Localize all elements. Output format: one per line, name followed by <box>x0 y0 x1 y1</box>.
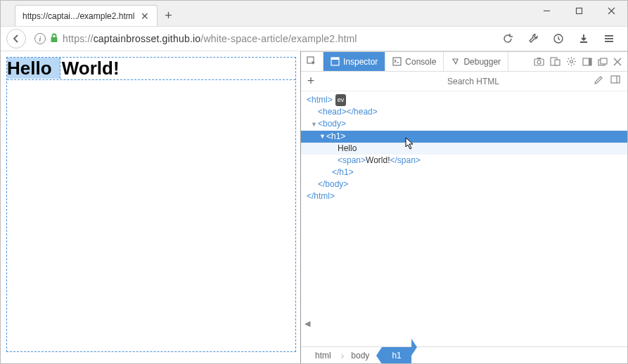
svg-rect-12 <box>393 58 401 65</box>
menu-icon[interactable] <box>602 32 616 46</box>
svg-rect-22 <box>601 58 607 64</box>
close-button[interactable] <box>595 1 627 20</box>
responsive-icon[interactable] <box>550 57 560 66</box>
tree-node-html-close[interactable]: </html> <box>301 190 627 202</box>
url-bar[interactable]: i https://captainbrosset.github.io/white… <box>30 33 496 45</box>
crumb-html[interactable]: html <box>309 347 340 363</box>
screenshot-icon[interactable] <box>534 57 544 66</box>
tree-node-html[interactable]: <html>ev <box>301 94 627 106</box>
svg-rect-4 <box>51 37 58 42</box>
close-icon[interactable]: ✕ <box>140 11 150 21</box>
svg-rect-11 <box>331 58 339 60</box>
wrench-icon[interactable] <box>526 32 540 46</box>
reload-button[interactable] <box>501 32 515 46</box>
svg-rect-17 <box>555 60 560 65</box>
crumb-body[interactable]: body <box>345 347 378 363</box>
cursor-icon <box>405 137 415 150</box>
browser-tab[interactable]: https://captai.../example2.html ✕ <box>15 5 158 26</box>
tree-node-body-close[interactable]: </body> <box>301 178 627 190</box>
tab-debugger[interactable]: Debugger <box>444 52 508 71</box>
tree-node-span[interactable]: <span>World!</span> <box>301 155 627 167</box>
maximize-button[interactable] <box>563 1 595 20</box>
lock-icon <box>50 33 58 45</box>
svg-rect-1 <box>576 8 582 13</box>
element-picker-icon[interactable] <box>301 52 323 71</box>
h1-span-text: World! <box>60 58 120 79</box>
info-icon[interactable]: i <box>34 33 46 44</box>
h1-text-node: Hello <box>7 58 60 79</box>
tree-node-h1-close[interactable]: </h1> <box>301 167 627 178</box>
svg-point-18 <box>570 60 573 63</box>
twisty-icon[interactable] <box>311 119 318 131</box>
back-button[interactable] <box>6 29 26 48</box>
devtools-search-bar: + <box>301 72 627 91</box>
url-text: https://captainbrosset.github.io/white-s… <box>63 33 357 44</box>
add-node-button[interactable]: + <box>301 74 321 89</box>
search-input[interactable] <box>321 77 587 86</box>
crumb-h1[interactable]: h1 <box>382 347 411 363</box>
h1-highlight: Hello World! <box>7 58 295 80</box>
download-icon[interactable] <box>577 32 591 46</box>
devtools-panel: Inspector Console Debugger + <html>ev <h… <box>301 51 627 363</box>
breadcrumb: html › body h1 <box>301 346 627 363</box>
settings-icon[interactable] <box>566 56 577 67</box>
devtools-tabs: Inspector Console Debugger <box>301 52 627 72</box>
page-viewport: Hello World! <box>1 51 301 363</box>
scroll-left-icon[interactable]: ◀ <box>301 317 314 330</box>
twisty-icon[interactable] <box>319 131 326 143</box>
tab-title: https://captai.../example2.html <box>23 11 134 21</box>
tree-node-text[interactable]: Hello <box>301 143 627 155</box>
new-tab-button[interactable]: + <box>158 5 179 26</box>
tree-node-h1[interactable]: <h1> <box>301 131 627 143</box>
tree-node-head[interactable]: <head></head> <box>301 106 627 118</box>
navigation-bar: i https://captainbrosset.github.io/white… <box>1 26 627 51</box>
dock-side-icon[interactable] <box>582 58 592 66</box>
svg-rect-15 <box>537 58 541 59</box>
svg-rect-13 <box>534 59 544 65</box>
minimize-button[interactable] <box>530 1 563 20</box>
close-devtools-icon[interactable] <box>613 58 622 66</box>
sidebar-toggle-icon[interactable] <box>610 75 620 87</box>
dom-tree[interactable]: <html>ev <head></head> <body> <h1> Hello… <box>301 91 627 346</box>
event-badge[interactable]: ev <box>335 94 347 106</box>
tab-console[interactable]: Console <box>385 52 444 71</box>
edit-html-icon[interactable] <box>594 75 603 87</box>
body-highlight: Hello World! <box>6 57 296 352</box>
tab-inspector[interactable]: Inspector <box>323 52 385 71</box>
svg-rect-20 <box>589 58 591 65</box>
history-icon[interactable] <box>551 32 565 46</box>
svg-point-14 <box>537 60 541 64</box>
tree-node-body[interactable]: <body> <box>301 118 627 130</box>
svg-rect-25 <box>611 76 620 83</box>
popout-icon[interactable] <box>598 58 608 66</box>
